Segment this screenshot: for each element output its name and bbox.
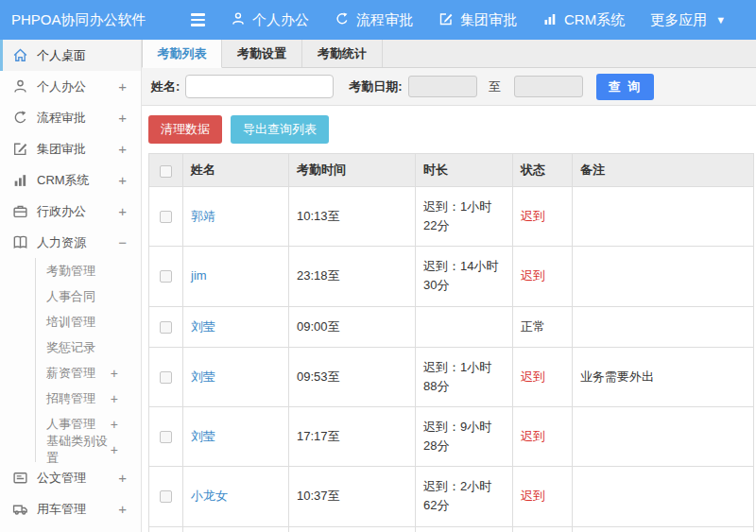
search-button[interactable]: 查 询 — [596, 74, 655, 100]
export-list-button[interactable]: 导出查询列表 — [231, 115, 329, 144]
attendance-time: 10:13至 — [289, 187, 416, 247]
hr-subtree: 考勤管理 人事合同 培训管理 奖惩记录 薪资管理 + 招聘管理 + 人事管理 +… — [35, 258, 141, 462]
remark-cell — [573, 187, 754, 247]
name-filter-input[interactable] — [185, 75, 334, 98]
status-cell: 迟到 — [513, 347, 573, 406]
duration-cell: 迟到：2小时90分早退：7小时10分 — [416, 526, 513, 532]
truck-icon — [12, 501, 28, 517]
topbar: PHPOA协同办公软件 个人办公 流程审批 集团审批 CRM系统 更多应用 ▼ — [0, 0, 756, 40]
sidebar-item-crm-system[interactable]: CRM系统 + — [0, 164, 141, 196]
col-header-remark: 备注 — [573, 154, 754, 187]
row-checkbox[interactable] — [160, 371, 172, 384]
date-filter-label: 考勤日期: — [349, 78, 402, 95]
person-icon — [231, 11, 246, 29]
expand-plus[interactable]: + — [118, 203, 127, 219]
sidebar-item-label: 行政办公 — [37, 203, 86, 220]
sidebar-subitem-label: 基础类别设置 — [46, 433, 111, 467]
tab-attendance-stats[interactable]: 考勤统计 — [302, 40, 383, 67]
employee-name-link[interactable]: 刘莹 — [191, 369, 215, 384]
sidebar-item-label: 用车管理 — [37, 501, 86, 518]
tab-attendance-list[interactable]: 考勤列表 — [142, 40, 222, 68]
sidebar-subitem-label: 人事合同 — [46, 288, 95, 305]
date-from-input[interactable] — [408, 76, 477, 97]
nav-item-process-approval[interactable]: 流程审批 — [335, 11, 413, 29]
attendance-time: 09:53至 — [289, 347, 416, 406]
remark-cell — [573, 406, 754, 466]
menu-icon[interactable] — [191, 13, 205, 26]
nav-item-group-approval[interactable]: 集团审批 — [438, 11, 517, 29]
employee-name-link[interactable]: 刘莹 — [191, 319, 215, 334]
nav-item-crm-system[interactable]: CRM系统 — [542, 11, 625, 29]
sidebar-item-process-approval[interactable]: 流程审批 + — [0, 102, 141, 133]
content-area: 清理数据 导出查询列表 姓名 考勤时间 时长 状态 备注 郭靖 10:13至 — [142, 106, 756, 532]
sidebar-subitem-label: 人事管理 — [46, 416, 95, 433]
remark-cell — [573, 306, 754, 347]
status-cell: 迟到 — [513, 406, 573, 466]
col-header-status: 状态 — [513, 154, 573, 187]
row-checkbox[interactable] — [160, 211, 172, 223]
tab-attendance-settings[interactable]: 考勤设置 — [222, 40, 302, 67]
sidebar-item-human-resources[interactable]: 人力资源 − — [0, 227, 141, 258]
clean-data-button[interactable]: 清理数据 — [148, 115, 222, 144]
status-cell: 迟到 — [513, 467, 573, 526]
row-checkbox[interactable] — [160, 490, 172, 503]
main-panel: 考勤列表 考勤设置 考勤统计 姓名: 考勤日期: 至 查 询 清理数据 导出查询… — [142, 40, 756, 532]
expand-plus[interactable]: + — [118, 172, 127, 188]
briefcase-icon — [12, 203, 28, 219]
home-icon — [12, 47, 28, 63]
sidebar-subitem-reward-records[interactable]: 奖惩记录 — [36, 335, 141, 360]
select-all-checkbox[interactable] — [160, 165, 172, 178]
sidebar-item-label: 公文管理 — [37, 470, 86, 487]
nav-item-personal-office[interactable]: 个人办公 — [231, 11, 309, 29]
expand-minus[interactable]: − — [118, 234, 127, 250]
row-checkbox[interactable] — [160, 431, 172, 443]
sidebar-subitem-label: 考勤管理 — [46, 263, 95, 280]
attendance-time: 23:18至 — [289, 247, 416, 306]
employee-name-link[interactable]: 小龙女 — [191, 489, 228, 503]
sidebar-item-group-approval[interactable]: 集团审批 + — [0, 133, 141, 164]
bar-chart-icon — [12, 172, 28, 188]
expand-plus[interactable]: + — [111, 417, 118, 432]
sidebar-item-vehicle-mgmt[interactable]: 用车管理 + — [0, 493, 141, 524]
employee-name-link[interactable]: jim — [191, 268, 207, 283]
expand-plus[interactable]: + — [111, 391, 118, 406]
sidebar-item-personal-desktop[interactable]: 个人桌面 — [0, 40, 141, 71]
expand-plus[interactable]: + — [118, 110, 127, 126]
expand-plus[interactable]: + — [118, 78, 127, 94]
status-cell: 正常 — [513, 306, 573, 347]
sidebar-subitem-salary-mgmt[interactable]: 薪资管理 + — [36, 360, 141, 386]
nav-label: CRM系统 — [564, 11, 625, 29]
table-row: 管理员 10:54至10:54 迟到：2小时90分早退：7小时10分 迟到/早退… — [149, 526, 754, 532]
app-title: PHPOA协同办公软件 — [0, 11, 142, 29]
row-checkbox[interactable] — [160, 270, 172, 283]
sidebar-subitem-label: 招聘管理 — [46, 390, 95, 407]
sidebar-subitem-recruit-mgmt[interactable]: 招聘管理 + — [36, 386, 141, 411]
attendance-table: 姓名 考勤时间 时长 状态 备注 郭靖 10:13至 迟到：1小时22分 迟到 — [148, 153, 754, 532]
expand-plus[interactable]: + — [111, 442, 118, 457]
expand-plus[interactable]: + — [118, 470, 127, 486]
sidebar-subitem-base-category-settings[interactable]: 基础类别设置 + — [36, 437, 141, 462]
employee-name-link[interactable]: 刘莹 — [191, 429, 215, 443]
row-checkbox[interactable] — [160, 321, 172, 334]
sidebar-item-admin-office[interactable]: 行政办公 + — [0, 196, 141, 227]
col-header-time: 考勤时间 — [289, 154, 416, 187]
date-to-input[interactable] — [514, 76, 583, 97]
sidebar-item-personal-office[interactable]: 个人办公 + — [0, 71, 141, 102]
sidebar-item-label: 流程审批 — [37, 110, 86, 127]
nav-label: 更多应用 — [650, 11, 707, 29]
sidebar-item-label: 个人办公 — [37, 78, 86, 95]
expand-plus[interactable]: + — [118, 501, 127, 517]
sidebar-item-document-mgmt[interactable]: 公文管理 + — [0, 462, 141, 493]
undo-arrow-icon — [335, 11, 350, 29]
nav-item-more-apps[interactable]: 更多应用 ▼ — [650, 11, 726, 29]
duration-cell: 迟到：14小时30分 — [416, 247, 513, 306]
expand-plus[interactable]: + — [111, 366, 118, 381]
sidebar-subitem-hr-contract[interactable]: 人事合同 — [36, 283, 141, 309]
sidebar-subitem-training-mgmt[interactable]: 培训管理 — [36, 309, 141, 335]
remark-cell — [573, 247, 754, 306]
table-row: jim 23:18至 迟到：14小时30分 迟到 — [149, 247, 754, 306]
attendance-time: 10:37至 — [289, 467, 416, 526]
sidebar-subitem-attendance-mgmt[interactable]: 考勤管理 — [36, 258, 141, 283]
expand-plus[interactable]: + — [118, 141, 127, 157]
employee-name-link[interactable]: 郭靖 — [191, 209, 215, 223]
